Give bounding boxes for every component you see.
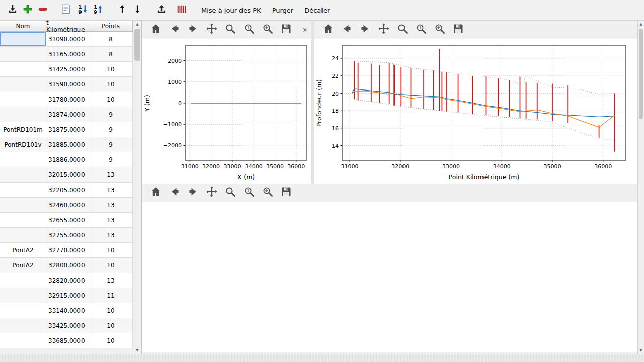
zoom-button[interactable] [223, 23, 237, 37]
cell-points[interactable]: 13 [89, 167, 133, 182]
cell-nom[interactable] [0, 273, 46, 288]
save-button[interactable] [279, 23, 293, 37]
cell-points[interactable]: 10 [89, 258, 133, 273]
cell-pk[interactable]: 32800.0000 [46, 258, 89, 273]
scrollbar-thumb[interactable] [134, 29, 140, 61]
import-button[interactable] [5, 3, 20, 18]
cell-points[interactable]: 13 [89, 228, 133, 242]
cell-nom[interactable]: PontRD101v [0, 137, 46, 152]
decaler-button[interactable]: Décaler [300, 4, 334, 17]
cell-pk[interactable]: 31885.0000 [46, 137, 89, 152]
zoom-rect-button[interactable] [261, 23, 275, 37]
scroll-up-icon[interactable]: ▲ [638, 21, 644, 28]
column-header-nom[interactable]: Nom [0, 21, 46, 31]
zoom-button[interactable] [223, 186, 237, 200]
cell-nom[interactable] [0, 288, 46, 303]
cell-nom[interactable]: PontA2 [0, 243, 46, 257]
cell-points[interactable]: 10 [89, 77, 133, 92]
cell-nom[interactable] [0, 333, 46, 348]
column-header-pk[interactable]: t Kilométrique [46, 21, 89, 31]
scroll-down-icon[interactable]: ▼ [638, 347, 644, 354]
cell-points[interactable]: 9 [89, 137, 133, 152]
cell-nom[interactable] [0, 167, 46, 182]
table-scrollbar[interactable]: ▲ ▼ [133, 21, 141, 354]
cell-points[interactable]: 13 [89, 273, 133, 288]
back-button[interactable] [340, 23, 354, 37]
cell-points[interactable]: 10 [89, 333, 133, 348]
cell-points[interactable]: 13 [89, 213, 133, 227]
cell-pk[interactable]: 31165.0000 [46, 47, 89, 61]
home-button[interactable] [321, 23, 335, 37]
move-up-button[interactable] [115, 3, 130, 18]
cell-pk[interactable]: 31590.0000 [46, 77, 89, 92]
cell-nom[interactable] [0, 152, 46, 167]
edit-form-button[interactable] [58, 3, 73, 18]
cell-nom[interactable] [0, 107, 46, 122]
horizontal-scrollbar[interactable] [0, 354, 644, 362]
forward-button[interactable] [186, 186, 200, 200]
cell-nom[interactable] [0, 92, 46, 107]
forward-button[interactable] [186, 23, 200, 37]
cell-nom[interactable] [0, 183, 46, 197]
cell-pk[interactable]: 31425.0000 [46, 62, 89, 76]
cell-pk[interactable]: 32820.0000 [46, 273, 89, 288]
zoom-one-button[interactable]: 1 [242, 23, 256, 37]
plot-profile[interactable]: 3100032000330003400035000360001416182022… [314, 39, 637, 186]
save-button[interactable] [451, 23, 465, 37]
cell-pk[interactable]: 31090.0000 [46, 32, 89, 46]
scroll-down-icon[interactable]: ▼ [133, 347, 141, 354]
cell-pk[interactable]: 33685.0000 [46, 333, 89, 348]
cell-pk[interactable]: 32205.0000 [46, 183, 89, 197]
sort-descending-button[interactable]: 19 [75, 3, 91, 18]
cell-pk[interactable]: 31875.0000 [46, 122, 89, 137]
home-button[interactable] [149, 186, 163, 200]
pan-button[interactable] [205, 23, 219, 37]
purger-button[interactable]: Purger [268, 4, 298, 17]
cell-pk[interactable]: 31874.0000 [46, 107, 89, 122]
cell-pk[interactable]: 32770.0000 [46, 243, 89, 257]
cell-points[interactable]: 8 [89, 32, 133, 46]
cell-nom-selected[interactable] [0, 32, 46, 46]
cell-points[interactable]: 13 [89, 183, 133, 197]
back-button[interactable] [168, 186, 182, 200]
right-scrollbar[interactable]: ▲ ▼ [637, 21, 644, 354]
zoom-one-button[interactable]: 1 [242, 186, 256, 200]
forward-button[interactable] [358, 23, 372, 37]
scroll-up-icon[interactable]: ▲ [133, 21, 141, 28]
home-button[interactable] [149, 23, 163, 37]
cell-points[interactable]: 10 [89, 92, 133, 107]
cell-points[interactable]: 8 [89, 47, 133, 61]
column-header-points[interactable]: Points [89, 21, 133, 31]
toolbar-overflow-button[interactable]: » [303, 25, 307, 34]
zoom-rect-button[interactable] [261, 186, 275, 200]
cell-pk[interactable]: 32655.0000 [46, 213, 89, 227]
cell-pk[interactable]: 32015.0000 [46, 167, 89, 182]
pan-button[interactable] [377, 23, 391, 37]
cell-points[interactable]: 9 [89, 152, 133, 167]
cell-nom[interactable]: PontA2 [0, 258, 46, 273]
cell-points[interactable]: 13 [89, 198, 133, 212]
sections-button[interactable] [174, 3, 189, 18]
cell-nom[interactable] [0, 228, 46, 242]
remove-section-button[interactable] [35, 3, 50, 18]
cell-pk[interactable]: 32915.0000 [46, 288, 89, 303]
pan-button[interactable] [205, 186, 219, 200]
mise-a-jour-pk-button[interactable]: Mise à jour des PK [197, 4, 265, 17]
zoom-button[interactable] [395, 23, 410, 37]
save-button[interactable] [279, 186, 293, 200]
cell-pk[interactable]: 33140.0000 [46, 303, 89, 318]
cell-points[interactable]: 10 [89, 243, 133, 257]
plot-xy[interactable]: 310003200033000340003500036000−2000−1000… [142, 39, 311, 186]
cell-nom[interactable] [0, 62, 46, 76]
cell-pk[interactable]: 31780.0000 [46, 92, 89, 107]
cell-points[interactable]: 10 [89, 303, 133, 318]
export-button[interactable] [154, 3, 169, 18]
zoom-rect-button[interactable] [433, 23, 447, 37]
cell-nom[interactable] [0, 213, 46, 227]
empty-figure[interactable] [142, 202, 637, 352]
cell-points[interactable]: 11 [89, 288, 133, 303]
cell-points[interactable]: 9 [89, 107, 133, 122]
cell-nom[interactable] [0, 198, 46, 212]
add-section-button[interactable] [20, 3, 35, 18]
cell-nom[interactable] [0, 303, 46, 318]
